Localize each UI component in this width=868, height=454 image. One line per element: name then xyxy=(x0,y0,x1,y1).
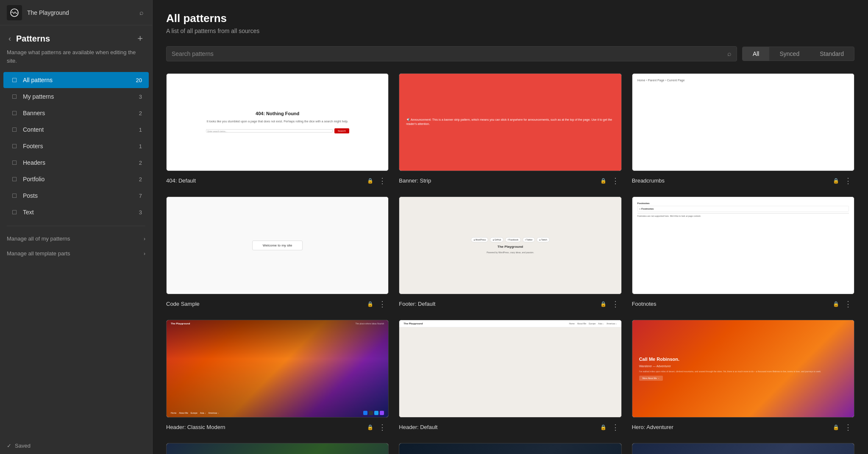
more-menu-btn-code[interactable]: ⋮ xyxy=(376,299,389,310)
search-input[interactable] xyxy=(172,50,724,57)
pattern-card-header-classic: The Playground The place where ideas flo… xyxy=(166,320,389,433)
sidebar-item-my-patterns[interactable]: □ My patterns 3 xyxy=(3,89,149,105)
pattern-footer-404: 404: Default 🔒 ⋮ xyxy=(166,175,389,186)
filter-tabs: All Synced Standard xyxy=(742,47,854,61)
preview-breadcrumbs-text: Home › Parent Page › Current Page xyxy=(637,79,685,82)
pattern-preview-placeholder-3[interactable] xyxy=(632,443,854,454)
pattern-footer-breadcrumbs: Breadcrumbs 🔒 ⋮ xyxy=(632,175,854,186)
pattern-name-hero: Hero: Adventurer xyxy=(632,424,830,430)
sidebar-item-all-patterns[interactable]: □ All patterns 20 xyxy=(3,72,149,88)
pattern-name-header-default: Header: Default xyxy=(399,424,597,430)
pattern-name-header-classic: Header: Classic Modern xyxy=(166,424,364,430)
chevron-right-icon-2: › xyxy=(144,251,145,257)
pattern-footer-code: Code Sample 🔒 ⋮ xyxy=(166,299,389,310)
lock-icon-footnotes: 🔒 xyxy=(833,301,839,307)
sidebar-item-footers[interactable]: □ Footers 1 xyxy=(3,138,149,154)
sidebar-item-banners[interactable]: □ Banners 2 xyxy=(3,105,149,121)
manage-template-parts-link[interactable]: Manage all template parts › xyxy=(0,246,152,261)
preview-404-btn: Search xyxy=(334,128,349,133)
lock-icon-footer: 🔒 xyxy=(600,301,606,307)
folder-icon-banners: □ xyxy=(10,109,19,117)
pattern-card-placeholder-2 xyxy=(399,443,621,454)
pattern-preview-breadcrumbs[interactable]: Home › Parent Page › Current Page xyxy=(632,73,854,171)
more-menu-btn-footer[interactable]: ⋮ xyxy=(609,299,622,310)
search-button[interactable]: ⌕ xyxy=(138,7,145,18)
preview-404-title: 404: Nothing Found xyxy=(256,111,299,116)
more-menu-btn-header-default[interactable]: ⋮ xyxy=(609,422,622,433)
save-status: Saved xyxy=(15,443,31,449)
search-bar-icon: ⌕ xyxy=(727,50,732,58)
pattern-card-footnotes: Footnotes :: Footnotes Footnotes are not… xyxy=(632,197,854,310)
folder-icon: □ xyxy=(10,76,19,84)
pattern-preview-header-classic[interactable]: The Playground The place where ideas flo… xyxy=(166,320,389,418)
sidebar-item-posts[interactable]: □ Posts 7 xyxy=(3,188,149,204)
sidebar-item-portfolio[interactable]: □ Portfolio 2 xyxy=(3,171,149,187)
pattern-card-404-default: 404: Nothing Found It looks like you stu… xyxy=(166,73,389,186)
wp-logo[interactable] xyxy=(7,5,22,20)
filter-tab-synced[interactable]: Synced xyxy=(769,47,810,61)
pattern-card-header-default: The Playground Home About Me Europe Asia… xyxy=(399,320,621,433)
sidebar-item-text[interactable]: □ Text 3 xyxy=(3,204,149,220)
sidebar-description: Manage what patterns are available when … xyxy=(0,48,152,72)
nav-label-banners: Banners xyxy=(23,110,135,116)
add-pattern-button[interactable]: + xyxy=(135,32,145,45)
nav-label-footers: Footers xyxy=(23,143,135,149)
nav-count-content: 1 xyxy=(139,127,142,133)
check-icon: ✓ xyxy=(7,443,11,449)
more-menu-btn-footnotes[interactable]: ⋮ xyxy=(842,299,854,310)
more-menu-btn-breadcrumbs[interactable]: ⋮ xyxy=(842,175,854,186)
lock-icon-header-default: 🔒 xyxy=(600,424,606,430)
filter-tab-standard[interactable]: Standard xyxy=(810,47,854,61)
lock-icon-header-classic: 🔒 xyxy=(367,424,373,430)
pattern-preview-banner[interactable]: 📢 Announcement: This is a banner strip p… xyxy=(399,73,621,171)
lock-icon-banner: 🔒 xyxy=(600,178,606,184)
pattern-preview-placeholder-1[interactable] xyxy=(166,443,389,454)
nav-label-content: Content xyxy=(23,126,135,133)
pattern-preview-placeholder-2[interactable] xyxy=(399,443,621,454)
folder-icon-text: □ xyxy=(10,208,19,216)
pattern-preview-header-default[interactable]: The Playground Home About Me Europe Asia… xyxy=(399,320,621,418)
pattern-preview-hero[interactable]: Call Me Robinson. Wanderer — Adventurer … xyxy=(632,320,854,418)
lock-icon-breadcrumbs: 🔒 xyxy=(833,178,839,184)
nav-label-posts: Posts xyxy=(23,192,135,199)
pattern-preview-footnotes[interactable]: Footnotes :: Footnotes Footnotes are not… xyxy=(632,197,854,294)
nav-count-my-patterns: 3 xyxy=(139,94,142,100)
preview-hero-text: I've walked miles upon miles of desert, … xyxy=(639,370,847,373)
pattern-footer-footer-default: Footer: Default 🔒 ⋮ xyxy=(399,299,621,310)
sidebar-item-headers[interactable]: □ Headers 2 xyxy=(3,155,149,171)
pattern-preview-404[interactable]: 404: Nothing Found It looks like you stu… xyxy=(166,73,389,171)
preview-404-text: It looks like you stumbled upon a page t… xyxy=(207,119,348,124)
folder-icon-my: □ xyxy=(10,93,19,100)
preview-banner-text: 📢 Announcement: This is a banner strip p… xyxy=(406,118,614,127)
pattern-card-placeholder-3 xyxy=(632,443,854,454)
pattern-preview-footer[interactable]: ● WordPress ● GitHub f Facebook t Twitte… xyxy=(399,197,621,294)
sidebar-title: Patterns xyxy=(16,34,131,44)
pattern-name-footer-default: Footer: Default xyxy=(399,301,597,307)
divider xyxy=(7,226,145,226)
pattern-footer-header-default: Header: Default 🔒 ⋮ xyxy=(399,422,621,433)
more-menu-btn-header-classic[interactable]: ⋮ xyxy=(376,422,389,433)
folder-icon-content: □ xyxy=(10,126,19,133)
manage-patterns-label: Manage all of my patterns xyxy=(7,235,70,242)
pattern-name-footnotes: Footnotes xyxy=(632,301,830,307)
main-content: All patterns A list of all patterns from… xyxy=(153,0,868,454)
sidebar-footer: ✓ Saved xyxy=(0,437,152,454)
preview-hero-subtitle: Wanderer — Adventurer xyxy=(639,365,847,368)
toolbar: ⌕ All Synced Standard xyxy=(153,41,868,66)
lock-icon-code: 🔒 xyxy=(367,301,373,307)
nav-count-headers: 2 xyxy=(139,160,142,166)
filter-tab-all[interactable]: All xyxy=(743,47,770,61)
more-menu-btn-hero[interactable]: ⋮ xyxy=(842,422,854,433)
back-button[interactable]: ‹ xyxy=(7,33,13,44)
search-icon: ⌕ xyxy=(139,9,144,16)
more-menu-btn-banner[interactable]: ⋮ xyxy=(609,175,622,186)
sidebar-nav: □ All patterns 20 □ My patterns 3 □ Bann… xyxy=(0,72,152,221)
more-menu-btn-404[interactable]: ⋮ xyxy=(376,175,389,186)
manage-patterns-link[interactable]: Manage all of my patterns › xyxy=(0,231,152,246)
folder-icon-portfolio: □ xyxy=(10,175,19,183)
pattern-preview-code[interactable]: Welcome to my site xyxy=(166,197,389,294)
pattern-footer-hero: Hero: Adventurer 🔒 ⋮ xyxy=(632,422,854,433)
nav-label-all-patterns: All patterns xyxy=(23,77,132,83)
preview-code-btn: Welcome to my site xyxy=(252,241,303,250)
sidebar-item-content[interactable]: □ Content 1 xyxy=(3,122,149,138)
